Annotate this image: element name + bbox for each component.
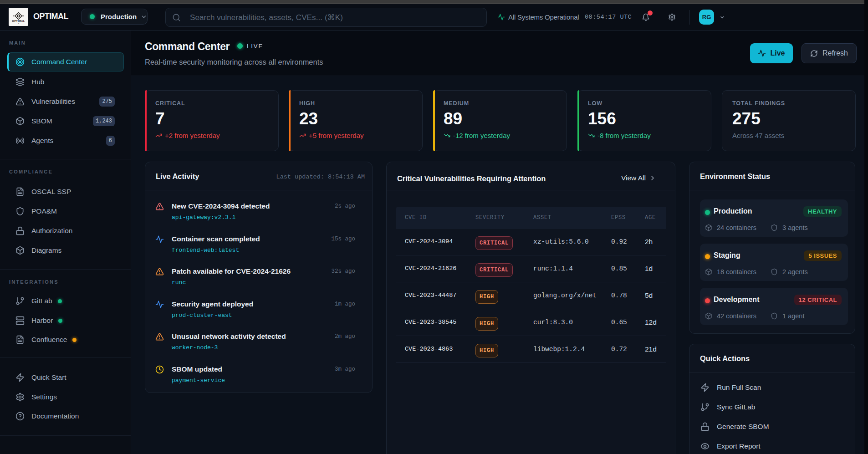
svg-text:OPTIMAL: OPTIMAL: [12, 20, 25, 22]
svg-text:™: ™: [18, 23, 19, 25]
